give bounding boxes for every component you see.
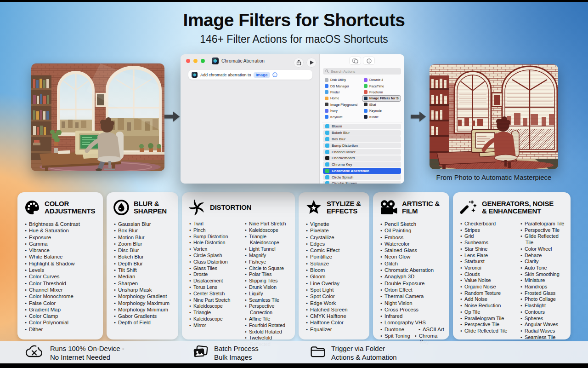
app-icon: [364, 115, 368, 119]
category-card-distortion: DISTORTION TwirlPinchBump DistortionHole…: [182, 192, 295, 339]
filter-item: Random Texture: [465, 290, 518, 297]
library-view-toggle[interactable]: [350, 57, 361, 64]
filter-item: Pencil Sketch: [385, 221, 445, 227]
app-list-item[interactable]: Keynote: [323, 114, 362, 120]
action-library-sidebar: Search Actions Disk Utility DS Manager: [319, 54, 404, 184]
filter-item: Lomography VHS: [385, 319, 445, 326]
app-list-item[interactable]: Downie 4: [362, 77, 401, 83]
filter-item: Contours: [526, 309, 566, 316]
app-list-item[interactable]: Home: [323, 95, 362, 101]
app-icon: [325, 115, 328, 119]
filter-item: Starburst: [465, 259, 518, 265]
filter-item: Gloom: [311, 273, 365, 280]
category-card-generators-noise: GENERATORS, NOISE& ENHANCEMENT Checkerbo…: [453, 192, 571, 339]
app-list-item[interactable]: Ivory: [323, 108, 362, 114]
app-list-item[interactable]: Image Playground: [323, 102, 362, 108]
filter-item: Pinch: [194, 227, 242, 234]
app-list-item[interactable]: Image Filters for Shortcuts: [362, 95, 401, 101]
feature-on-device: Runs 100% On-Device -No Internet Needed: [25, 341, 124, 364]
app-icon: [325, 84, 328, 88]
action-list-item[interactable]: Circular Screen: [323, 181, 401, 184]
filter-item: Spheres: [526, 316, 566, 322]
app-list-item[interactable]: FaceTime: [362, 83, 401, 89]
sidebar-toggles: [323, 57, 401, 66]
filter-item: False Color: [30, 300, 98, 306]
filter-item: Hatched Screen: [311, 306, 365, 313]
app-list-item[interactable]: Kindle: [362, 114, 401, 120]
action-list-item[interactable]: Box Blur: [323, 136, 401, 142]
filter-item: Hole Distortion: [194, 240, 242, 246]
filter-item: Bloom: [311, 267, 365, 273]
feature-bar: Runs 100% On-Device -No Internet Needed …: [0, 341, 588, 364]
info-panel-toggle[interactable]: [363, 57, 374, 64]
action-list-item[interactable]: Channel Mixer: [323, 149, 401, 155]
maximize-button[interactable]: [201, 59, 205, 63]
filter-list: Brightness & ContrastHue & SaturationExp…: [24, 221, 98, 333]
action-list-item[interactable]: Bump Distortion: [323, 143, 401, 148]
app-column-left: Disk Utility DS Manager Finder: [323, 77, 362, 120]
action-list-item[interactable]: Bloom: [323, 124, 401, 129]
letterbox-bottom: [0, 363, 588, 368]
category-cards: COLORADJUSTMENTS Brightness & ContrastHu…: [17, 192, 571, 339]
filter-item: Morphology Maximum: [119, 300, 174, 306]
shortcuts-window: Chromatic Aberration Add chromatic aberr…: [181, 54, 404, 184]
search-icon: [325, 69, 329, 73]
filter-item: Pixelate: [311, 227, 365, 234]
filter-item: Glitch: [385, 260, 445, 267]
filter-item: Dither: [30, 326, 98, 333]
action-list-item[interactable]: Bokeh Blur: [323, 130, 401, 136]
filter-item: Sixfold Rotated: [250, 329, 290, 335]
filter-item: Parallelogram Tile: [465, 316, 518, 322]
app-list-item[interactable]: Finder: [323, 89, 362, 95]
action-list-item[interactable]: Chroma Key: [323, 161, 401, 167]
filter-item: Hue & Saturation: [30, 227, 98, 234]
filter-item: Oil Painting: [385, 227, 445, 234]
filter-item: CMYK Halftone: [311, 313, 365, 319]
filter-item: Triangle: [194, 310, 242, 316]
action-list-item[interactable]: Checkerboard: [323, 155, 401, 161]
minimize-button[interactable]: [193, 59, 198, 63]
action-list-item[interactable]: Chromatic Aberration: [323, 168, 401, 173]
run-button[interactable]: [307, 58, 316, 67]
filter-item: Kaleidoscope: [194, 316, 242, 322]
app-icon: [364, 109, 368, 113]
filter-item: Line Overlay: [311, 280, 365, 287]
shortcut-app-icon: [212, 58, 219, 64]
app-column-right: Downie 4 FaceTime Freeform: [362, 77, 401, 120]
filter-item: Light Tunnel: [250, 246, 290, 253]
filter-item: Lens Flare: [465, 253, 518, 259]
app-list-item[interactable]: DS Manager: [323, 83, 362, 89]
close-button[interactable]: [186, 59, 190, 63]
app-list-item[interactable]: Freeform: [362, 89, 401, 95]
filter-item: Depth of Field: [119, 319, 174, 326]
palette-icon: [24, 199, 40, 216]
letterbox-top: [0, 0, 588, 2]
filter-item: Slipping Tiles: [250, 278, 290, 284]
filter-item: Spot Light: [311, 287, 365, 293]
category-card-blur-sharpen: BLUR &SHARPEN Gaussian BlurBox BlurMotio…: [107, 192, 178, 339]
app-list-item[interactable]: Keynote: [362, 108, 401, 114]
arrow-right-icon: [164, 111, 180, 122]
app-icon: [364, 103, 368, 106]
app-list-item[interactable]: Disk Utility: [323, 77, 362, 83]
filter-item: Seamless Tile: [526, 334, 566, 341]
filter-item: Dehaze: [526, 253, 566, 259]
share-button[interactable]: [294, 58, 303, 67]
app-list-item[interactable]: iStat: [362, 102, 401, 108]
filter-item: Chromatic Aberration: [385, 267, 445, 273]
shortcut-action-row[interactable]: Add chromatic aberration to Image: [188, 70, 312, 80]
filter-item: Op Tile: [465, 309, 518, 316]
filter-item: Stained Glass: [385, 247, 445, 253]
filter-item: Exposure: [30, 234, 98, 241]
filter-item: Color Curves: [30, 273, 98, 280]
before-photo: [31, 63, 164, 171]
filter-list: CheckerboardStripesGridSunbeamsStar Shin…: [459, 221, 518, 340]
search-input[interactable]: Search Actions: [323, 68, 401, 75]
info-icon[interactable]: [272, 72, 277, 77]
app-icon: [325, 103, 328, 106]
image-variable-token[interactable]: Image: [254, 72, 270, 78]
filter-item: Voronoi: [465, 265, 518, 271]
after-caption: From Photo to Automatic Masterpiece: [425, 173, 563, 181]
filter-item: Parallelogram Tile: [526, 221, 566, 227]
action-list-item[interactable]: Circle Splash: [323, 174, 401, 180]
